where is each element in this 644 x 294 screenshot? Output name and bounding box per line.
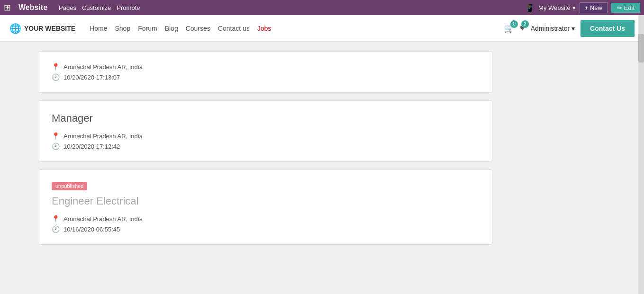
site-nav-links: Home Shop Forum Blog Courses Contact us … xyxy=(90,25,494,32)
job-card-1-meta: 📍 Arunachal Pradesh AR, India 🕐 10/20/20… xyxy=(52,63,479,81)
nav-blog[interactable]: Blog xyxy=(165,25,178,32)
cart-badge: 0 xyxy=(510,20,518,28)
nav-forum[interactable]: Forum xyxy=(138,25,157,32)
nav-courses[interactable]: Courses xyxy=(186,25,210,32)
job-card-1: 📍 Arunachal Pradesh AR, India 🕐 10/20/20… xyxy=(38,51,492,93)
nav-shop[interactable]: Shop xyxy=(115,25,130,32)
job-card-3-meta: 📍 Arunachal Pradesh AR, India 🕐 10/16/20… xyxy=(52,215,479,233)
site-nav: 🌐 YOUR WEBSITE Home Shop Forum Blog Cour… xyxy=(0,15,644,42)
new-button[interactable]: + New xyxy=(580,2,608,13)
admin-nav-pages[interactable]: Pages xyxy=(59,4,76,11)
clock-icon-3: 🕐 xyxy=(52,225,60,233)
contact-us-button[interactable]: Contact Us xyxy=(581,20,635,37)
job-card-1-datetime: 🕐 10/20/2020 17:13:07 xyxy=(52,73,479,81)
job-card-2-title: Manager xyxy=(52,112,479,125)
clock-icon: 🕐 xyxy=(52,73,60,81)
site-nav-right: 🛒 0 ♥ 2 Administrator ▾ Contact Us xyxy=(504,20,635,37)
job-card-3-datetime: 🕐 10/16/2020 06:55:45 xyxy=(52,225,479,233)
job-card-2[interactable]: Manager 📍 Arunachal Pradesh AR, India 🕐 … xyxy=(38,100,492,162)
grid-icon[interactable]: ⊞ xyxy=(4,2,11,13)
nav-home[interactable]: Home xyxy=(90,25,107,32)
scrollbar-thumb[interactable] xyxy=(638,34,644,62)
job-card-2-meta: 📍 Arunachal Pradesh AR, India 🕐 10/20/20… xyxy=(52,132,479,150)
admin-nav-customize[interactable]: Customize xyxy=(82,4,111,11)
job-list: 📍 Arunachal Pradesh AR, India 🕐 10/20/20… xyxy=(38,46,492,245)
admin-bar: ⊞ Website Pages Customize Promote 📱 My W… xyxy=(0,0,644,15)
job-card-1-location: 📍 Arunachal Pradesh AR, India xyxy=(52,63,479,71)
sidebar xyxy=(492,46,606,245)
wishlist-badge: 2 xyxy=(521,20,529,28)
job-card-2-location: 📍 Arunachal Pradesh AR, India xyxy=(52,132,479,140)
admin-nav-promote[interactable]: Promote xyxy=(117,4,140,11)
logo-text: YOUR WEBSITE xyxy=(24,25,75,32)
location-icon: 📍 xyxy=(52,63,60,71)
site-logo: 🌐 YOUR WEBSITE xyxy=(9,23,75,34)
location-icon-3: 📍 xyxy=(52,215,60,223)
wishlist-icon[interactable]: ♥ 2 xyxy=(520,23,525,33)
admin-site-title: Website xyxy=(18,3,47,12)
my-website-button[interactable]: My Website ▾ xyxy=(538,4,576,11)
nav-jobs[interactable]: Jobs xyxy=(257,25,272,32)
job-card-3[interactable]: unpublished Engineer Electrical 📍 Arunac… xyxy=(38,169,492,245)
cart-icon[interactable]: 🛒 0 xyxy=(504,23,514,34)
nav-contact[interactable]: Contact us xyxy=(218,25,250,32)
unpublished-badge: unpublished xyxy=(52,182,87,190)
admin-dropdown-button[interactable]: Administrator ▾ xyxy=(531,25,575,32)
location-icon-2: 📍 xyxy=(52,132,60,140)
edit-button[interactable]: ✏ Edit xyxy=(611,3,640,13)
job-card-2-datetime: 🕐 10/20/2020 17:12:42 xyxy=(52,143,479,150)
clock-icon-2: 🕐 xyxy=(52,143,60,150)
mobile-icon[interactable]: 📱 xyxy=(525,3,535,12)
job-card-3-location: 📍 Arunachal Pradesh AR, India xyxy=(52,215,479,223)
globe-icon: 🌐 xyxy=(9,23,21,34)
main-content: 📍 Arunachal Pradesh AR, India 🕐 10/20/20… xyxy=(0,42,644,249)
scrollbar[interactable] xyxy=(638,15,644,249)
job-card-3-title: Engineer Electrical xyxy=(52,195,479,207)
